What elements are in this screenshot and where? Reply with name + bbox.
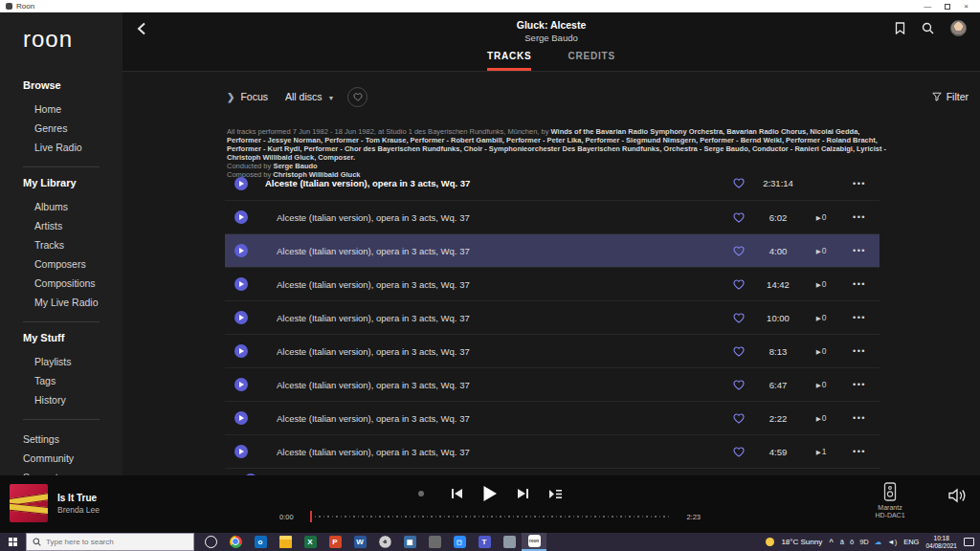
teams-icon[interactable]: T bbox=[472, 533, 497, 551]
play-track-button[interactable] bbox=[234, 311, 248, 324]
zoom-icon[interactable]: ◻ bbox=[447, 533, 472, 551]
sidebar-item-my-live-radio[interactable]: My Live Radio bbox=[23, 293, 122, 312]
volume-icon[interactable] bbox=[947, 488, 967, 503]
track-row[interactable]: Alceste (Italian version), opera in 3 ac… bbox=[225, 334, 880, 367]
play-track-button[interactable] bbox=[234, 210, 248, 224]
favorite-heart-icon[interactable] bbox=[724, 413, 753, 424]
track-more-button[interactable]: ••• bbox=[839, 447, 880, 456]
track-more-button[interactable]: ••• bbox=[839, 380, 880, 389]
taskbar-search[interactable] bbox=[26, 533, 194, 551]
tray-ime-a-icon[interactable]: ā bbox=[840, 538, 844, 546]
sidebar-item-tracks[interactable]: Tracks bbox=[23, 235, 122, 254]
media-disc-icon[interactable] bbox=[372, 533, 397, 551]
clock[interactable]: 10:18 04/08/2021 bbox=[925, 535, 957, 549]
playhead[interactable] bbox=[310, 511, 312, 522]
filter-button[interactable]: Filter bbox=[932, 91, 969, 102]
roon-radio-indicator[interactable] bbox=[418, 491, 424, 496]
favorite-heart-icon[interactable] bbox=[724, 279, 753, 290]
sidebar-item-home[interactable]: Home bbox=[23, 99, 122, 119]
track-row[interactable]: Alceste (Italian version), opera in 3 ac… bbox=[225, 300, 880, 334]
favorite-filter-button[interactable] bbox=[347, 87, 368, 107]
word-icon[interactable]: W bbox=[347, 533, 372, 551]
minimize-button[interactable]: — bbox=[924, 3, 931, 11]
language-indicator[interactable]: ENG bbox=[903, 538, 919, 546]
tray-pen-icon[interactable]: 9D bbox=[859, 538, 869, 546]
favorite-heart-icon[interactable] bbox=[724, 246, 753, 256]
discs-dropdown[interactable]: All discs ▼ bbox=[285, 91, 334, 102]
favorite-heart-icon[interactable] bbox=[724, 346, 753, 357]
powerpoint-icon[interactable]: P bbox=[323, 533, 347, 551]
focus-button[interactable]: ❯ Focus bbox=[227, 91, 268, 102]
tab-tracks[interactable]: TRACKS bbox=[487, 51, 531, 71]
action-center-icon[interactable] bbox=[964, 538, 974, 546]
track-more-button[interactable]: ••• bbox=[839, 279, 880, 289]
sidebar-item-settings[interactable]: Settings bbox=[23, 430, 122, 449]
favorite-heart-icon[interactable] bbox=[724, 447, 753, 457]
track-row[interactable]: Alceste (Italian version), opera in 3 ac… bbox=[225, 233, 880, 267]
maximize-button[interactable] bbox=[945, 4, 950, 10]
track-more-button[interactable]: ••• bbox=[839, 413, 880, 423]
sidebar-item-playlists[interactable]: Playlists bbox=[23, 352, 122, 371]
track-row-partial[interactable] bbox=[225, 468, 880, 475]
next-track-button[interactable] bbox=[517, 488, 529, 499]
device-icon[interactable] bbox=[422, 533, 447, 551]
close-button[interactable]: × bbox=[964, 3, 969, 11]
favorite-heart-icon[interactable] bbox=[724, 313, 753, 323]
track-row[interactable]: Alceste (Italian version), opera in 3 ac… bbox=[225, 200, 880, 233]
track-more-button[interactable]: ••• bbox=[839, 179, 880, 188]
cortana-icon[interactable] bbox=[198, 533, 223, 551]
roon-taskbar-icon[interactable]: roon bbox=[522, 533, 546, 551]
sidebar-item-composers[interactable]: Composers bbox=[23, 254, 122, 274]
favorite-heart-icon[interactable] bbox=[724, 178, 753, 188]
favorite-heart-icon[interactable] bbox=[724, 380, 753, 390]
tab-credits[interactable]: CREDITS bbox=[568, 51, 615, 71]
seek-bar[interactable] bbox=[310, 512, 670, 521]
queue-icon[interactable] bbox=[548, 489, 562, 499]
sidebar-item-albums[interactable]: Albums bbox=[23, 197, 122, 216]
track-more-button[interactable]: ••• bbox=[839, 212, 880, 222]
sidebar-item-compositions[interactable]: Compositions bbox=[23, 274, 122, 293]
tray-ime-o-icon[interactable]: ō bbox=[850, 538, 854, 546]
sidebar-item-community[interactable]: Community bbox=[23, 449, 122, 468]
track-row[interactable]: Alceste (Italian version), opera in 3 ac… bbox=[225, 367, 880, 401]
play-track-button[interactable] bbox=[234, 277, 248, 291]
now-playing[interactable]: Is It True Brenda Lee bbox=[10, 484, 100, 522]
sidebar-item-tags[interactable]: Tags bbox=[23, 371, 122, 390]
sidebar-item-history[interactable]: History bbox=[23, 390, 122, 409]
track-row[interactable]: Alceste (Italian version), opera in 3 ac… bbox=[225, 267, 880, 300]
track-more-button[interactable]: ••• bbox=[839, 346, 880, 356]
tray-volume-icon[interactable]: ◄) bbox=[887, 538, 897, 546]
bookmark-icon[interactable] bbox=[895, 22, 905, 34]
onedrive-icon[interactable]: ☁ bbox=[875, 538, 882, 546]
play-track-button[interactable] bbox=[234, 344, 248, 358]
outlook-icon[interactable]: o bbox=[248, 533, 273, 551]
audio-zone-button[interactable]: Marantz HD-DAC1 bbox=[863, 482, 917, 519]
excel-icon[interactable]: X bbox=[298, 533, 323, 551]
play-button[interactable] bbox=[482, 485, 498, 502]
chrome-icon[interactable] bbox=[223, 533, 248, 551]
track-row[interactable]: Alceste (Italian version), opera in 3 ac… bbox=[225, 166, 880, 200]
track-row[interactable]: Alceste (Italian version), opera in 3 ac… bbox=[225, 401, 880, 434]
track-more-button[interactable]: ••• bbox=[839, 246, 880, 255]
search-icon[interactable] bbox=[922, 22, 934, 34]
sidebar-item-genres[interactable]: Genres bbox=[23, 119, 122, 138]
play-track-button[interactable] bbox=[234, 244, 248, 257]
sidebar-item-live-radio[interactable]: Live Radio bbox=[23, 138, 122, 157]
notebook-icon[interactable] bbox=[497, 533, 522, 551]
file-explorer-icon[interactable] bbox=[273, 533, 298, 551]
play-track-button[interactable] bbox=[234, 411, 248, 425]
track-more-button[interactable]: ••• bbox=[839, 313, 880, 322]
sidebar-item-artists[interactable]: Artists bbox=[23, 216, 122, 235]
play-track-button[interactable] bbox=[234, 445, 248, 458]
play-track-button[interactable] bbox=[234, 177, 248, 190]
calculator-icon[interactable]: ▦ bbox=[397, 533, 422, 551]
user-avatar[interactable] bbox=[950, 20, 967, 36]
search-input[interactable] bbox=[46, 538, 180, 546]
album-art[interactable] bbox=[10, 484, 48, 522]
previous-track-button[interactable] bbox=[451, 488, 463, 499]
weather-sun-icon[interactable] bbox=[766, 538, 774, 546]
play-track-button[interactable] bbox=[234, 378, 248, 391]
weather-text[interactable]: 18°C Sunny bbox=[781, 538, 822, 546]
favorite-heart-icon[interactable] bbox=[724, 212, 753, 223]
tray-overflow-chevron[interactable]: ^ bbox=[829, 538, 834, 546]
